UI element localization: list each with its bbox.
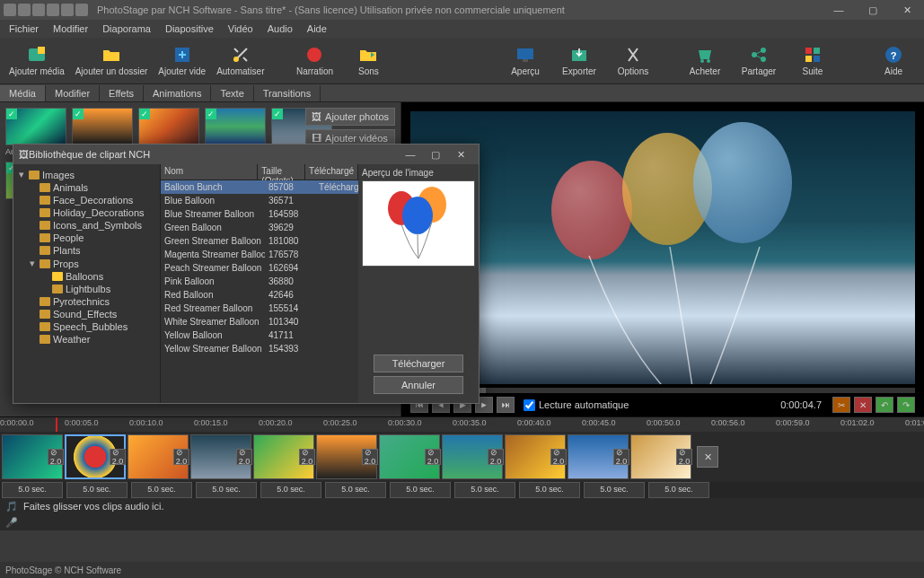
qa-icon[interactable] <box>47 4 59 16</box>
list-row[interactable]: Magenta Streamer Balloon176578 <box>161 248 358 261</box>
clip-duration[interactable]: 5.0 sec. <box>325 482 386 498</box>
clip-duration[interactable]: 5.0 sec. <box>454 482 515 498</box>
tree-item[interactable]: ▾Images <box>15 168 158 181</box>
dialog-maximize[interactable]: ▢ <box>423 149 448 161</box>
list-row[interactable]: Green Streamer Balloon181080 <box>161 234 358 248</box>
tree-item[interactable]: Animals <box>15 181 158 194</box>
clip-duration[interactable]: 5.0 sec. <box>584 482 645 498</box>
tree-item[interactable]: Balloons <box>15 270 158 283</box>
tab-animations[interactable]: Animations <box>144 85 211 101</box>
cancel-button[interactable]: Annuler <box>374 376 463 394</box>
clip-duration[interactable]: 5.0 sec. <box>66 482 128 498</box>
menu-modifier[interactable]: Modifier <box>48 22 93 36</box>
export-button[interactable]: Exporter <box>552 43 606 78</box>
list-row[interactable]: Blue Balloon36571 <box>161 194 358 207</box>
tree-item[interactable]: People <box>15 232 158 244</box>
menu-fichier[interactable]: Fichier <box>4 22 44 36</box>
tree-item[interactable]: Sound_Effects <box>15 308 158 320</box>
list-row[interactable]: Green Balloon39629 <box>161 221 358 234</box>
close-clip-button[interactable]: ✕ <box>697 446 718 468</box>
transition-icon[interactable]: ⊘2.0 <box>173 449 189 465</box>
dialog-close[interactable]: ✕ <box>448 149 473 161</box>
narration-button[interactable]: Narration <box>287 43 341 78</box>
qa-icon[interactable] <box>4 4 16 16</box>
preview-scrubber[interactable] <box>410 388 915 393</box>
audio-track[interactable]: 🎵 Faites glisser vos clips audio ici. <box>0 498 924 514</box>
clip-duration[interactable]: 5.0 sec. <box>131 482 192 498</box>
tree-item[interactable]: Plants <box>15 244 158 257</box>
list-row[interactable]: Yellow Streamer Balloon154393 <box>161 342 358 355</box>
add-media-button[interactable]: Ajouter média <box>4 43 70 78</box>
tab-modifier[interactable]: Modifier <box>46 85 100 101</box>
clip-duration[interactable]: 5.0 sec. <box>390 482 451 498</box>
add-empty-button[interactable]: Ajouter vide <box>153 43 211 78</box>
list-row[interactable]: White Streamer Balloon101340 <box>161 315 358 328</box>
transition-icon[interactable]: ⊘2.0 <box>425 449 441 465</box>
cut-button[interactable]: ✂ <box>832 397 850 413</box>
help-button[interactable]: ?Aide <box>867 43 920 78</box>
timeline-clip[interactable]: ⊘2.0 <box>568 434 629 479</box>
timeline-clip[interactable]: ⊘2.0 <box>379 434 440 479</box>
col-name[interactable]: Nom <box>161 164 258 180</box>
download-button[interactable]: Télécharger <box>374 355 463 372</box>
tab-transitions[interactable]: Transitions <box>254 85 321 101</box>
timeline-clip[interactable]: ⊘2.0 <box>253 434 314 479</box>
clip-duration[interactable]: 5.0 sec. <box>519 482 580 498</box>
preview-button[interactable]: Aperçu <box>498 43 552 78</box>
tab-texte[interactable]: Texte <box>211 85 253 101</box>
time-ruler[interactable]: 0:00:00.00:00:05.00:00:10.00:00:15.00:00… <box>0 417 924 432</box>
next-end-button[interactable]: ⏭ <box>497 397 515 413</box>
options-button[interactable]: Options <box>606 43 660 78</box>
buy-button[interactable]: Acheter <box>678 43 732 78</box>
timeline-clip[interactable]: ⊘2.0 <box>128 434 189 479</box>
timeline-clip[interactable]: ⊘2.0 <box>190 434 251 479</box>
tree-item[interactable]: Weather <box>15 333 158 346</box>
col-dl[interactable]: Téléchargé <box>305 164 358 180</box>
preview-canvas[interactable] <box>410 111 915 384</box>
tree-item[interactable]: Lightbulbs <box>15 283 158 295</box>
clip-duration[interactable]: 5.0 sec. <box>260 482 321 498</box>
tree-item[interactable]: Holiday_Decorations <box>15 206 158 219</box>
list-row[interactable]: Red Balloon42646 <box>161 288 358 302</box>
tree-item[interactable]: Icons_and_Symbols <box>15 219 158 232</box>
auto-play-checkbox[interactable]: Lecture automatique <box>524 399 629 411</box>
col-size[interactable]: Taille (Octets) <box>258 164 305 180</box>
transition-icon[interactable]: ⊘2.0 <box>550 449 567 465</box>
clip-duration[interactable]: 5.0 sec. <box>648 482 709 498</box>
sounds-button[interactable]: Sons <box>341 43 395 78</box>
clip-duration[interactable]: 5.0 sec. <box>2 482 63 498</box>
transition-icon[interactable]: ⊘2.0 <box>676 449 692 465</box>
timeline-clip[interactable]: ⊘2.0 <box>65 434 126 479</box>
timeline-clip[interactable]: ⊘2.0 <box>316 434 377 479</box>
undo-button[interactable]: ↶ <box>876 397 893 413</box>
transition-icon[interactable]: ⊘2.0 <box>48 449 64 465</box>
menu-video[interactable]: Vidéo <box>223 22 259 36</box>
list-row[interactable]: Pink Balloon36880 <box>161 275 358 288</box>
tree-item[interactable]: Speech_Bubbles <box>15 320 158 333</box>
timeline-clip[interactable]: ⊘2.0 <box>2 434 63 479</box>
transition-icon[interactable]: ⊘2.0 <box>488 449 504 465</box>
transition-icon[interactable]: ⊘2.0 <box>110 449 126 465</box>
timeline-clip[interactable]: ⊘2.0 <box>442 434 503 479</box>
dialog-minimize[interactable]: — <box>398 149 423 160</box>
menu-diapositive[interactable]: Diapositive <box>160 22 219 36</box>
minimize-button[interactable]: — <box>825 4 852 16</box>
delete-button[interactable]: ✕ <box>854 397 872 413</box>
transition-icon[interactable]: ⊘2.0 <box>236 449 252 465</box>
list-row[interactable]: Balloon Bunch85708Téléchargé <box>161 180 358 194</box>
qa-icon[interactable] <box>18 4 31 16</box>
qa-icon[interactable] <box>32 4 45 16</box>
clip-track[interactable]: ⊘2.0⊘2.0⊘2.0⊘2.0⊘2.0⊘2.0⊘2.0⊘2.0⊘2.0⊘2.0… <box>0 432 924 482</box>
qa-icon[interactable] <box>61 4 74 16</box>
transition-icon[interactable]: ⊘2.0 <box>362 449 378 465</box>
menu-diaporama[interactable]: Diaporama <box>97 22 156 36</box>
transition-icon[interactable]: ⊘2.0 <box>613 449 629 465</box>
folder-tree[interactable]: ▾ImagesAnimalsFace_DecorationsHoliday_De… <box>13 164 161 403</box>
qa-icon[interactable] <box>75 4 88 16</box>
redo-button[interactable]: ↷ <box>897 397 915 413</box>
menu-audio[interactable]: Audio <box>262 22 298 36</box>
automate-button[interactable]: Automatiser <box>211 43 269 78</box>
clip-duration[interactable]: 5.0 sec. <box>196 482 257 498</box>
add-folder-button[interactable]: Ajouter un dossier <box>70 43 154 78</box>
share-button[interactable]: Partager <box>732 43 786 78</box>
